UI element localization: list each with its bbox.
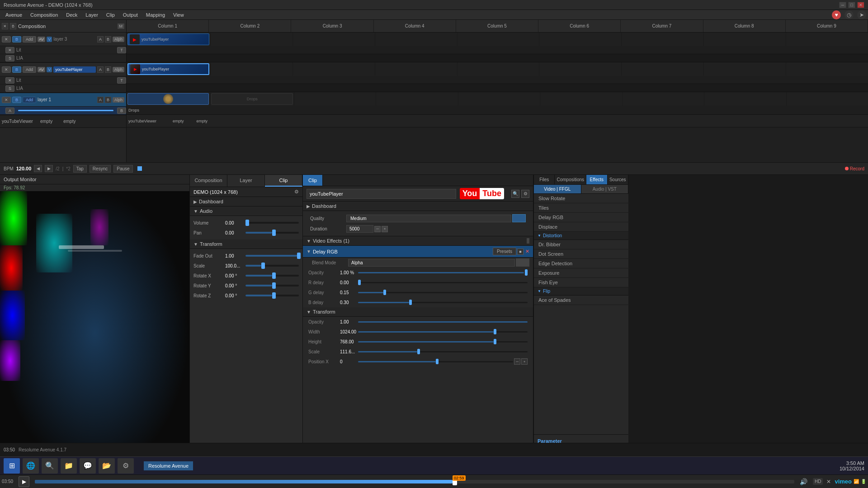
pos-x-minus[interactable]: ─ <box>514 358 520 365</box>
layer2-t-btn[interactable]: T <box>117 77 126 84</box>
menu-clip[interactable]: Clip <box>103 11 118 19</box>
bpm-down-btn[interactable]: ◀ <box>34 165 42 172</box>
delay-rgb-close[interactable]: ✕ <box>525 249 529 254</box>
vfx-scrollbar[interactable] <box>527 238 529 244</box>
col-header-9[interactable]: Column 9 <box>786 20 868 32</box>
presets-btn[interactable]: Presets <box>493 248 516 255</box>
layer3-v-badge[interactable]: V <box>47 37 52 42</box>
bpm-up-btn[interactable]: ▶ <box>45 165 53 172</box>
effect-dr-bibber[interactable]: Dr. Bibber <box>534 240 628 249</box>
taskbar-settings[interactable]: ⚙ <box>118 458 134 474</box>
effect-category-distortion[interactable]: ▼ Distortion <box>534 232 628 240</box>
g-delay-slider[interactable] <box>358 292 528 293</box>
height-value[interactable]: 768.00 <box>340 339 358 344</box>
volume-slider[interactable] <box>245 222 299 224</box>
effects-tab-files[interactable]: Files <box>534 175 555 184</box>
opacity-slider[interactable] <box>358 272 524 273</box>
layer3-b-btn[interactable]: B <box>12 36 21 42</box>
clip-transform-header[interactable]: ▼ Transform <box>303 307 533 317</box>
effect-tiles[interactable]: Tiles <box>534 203 628 213</box>
clip-dashboard-header[interactable]: ▶ Dashboard <box>303 202 533 211</box>
clip-tab-clip[interactable]: Clip <box>303 175 323 186</box>
col-header-8[interactable]: Column 8 <box>703 20 786 32</box>
effects-tab-effects[interactable]: Effects <box>586 175 607 184</box>
menu-layer[interactable]: Layer <box>82 11 102 19</box>
toggle-btn-b[interactable]: B <box>10 23 16 29</box>
layer1-b2-btn[interactable]: B <box>105 97 111 103</box>
g-delay-value[interactable]: 0.15 <box>340 290 358 295</box>
quality-value[interactable]: Medium <box>346 215 511 222</box>
volume-value[interactable]: 0.00 <box>225 221 245 225</box>
col-header-7[interactable]: Column 7 <box>621 20 703 32</box>
layer1-b-btn[interactable]: B <box>12 97 21 103</box>
col-header-3[interactable]: Column 3 <box>291 20 373 32</box>
taskbar-explorer[interactable]: 📁 <box>61 458 77 474</box>
effects-tab-sources[interactable]: Sources <box>608 175 628 184</box>
duration-plus-btn[interactable]: + <box>382 226 388 232</box>
comp-gear-icon[interactable]: ⚙ <box>294 189 299 195</box>
layer3-clip1[interactable]: ▶ youTubePlayer <box>127 33 209 45</box>
rotate-y-value[interactable]: 0.00 ° <box>225 283 245 288</box>
clip-name-input[interactable] <box>307 189 456 199</box>
taskbar-files[interactable]: 📂 <box>99 458 115 474</box>
layer3-s-btn[interactable]: S <box>5 55 14 61</box>
layer2-a-btn[interactable]: A <box>97 66 104 73</box>
play-button[interactable]: ▶ <box>19 476 29 487</box>
layer2-clip1[interactable]: ▶ youTubePlayer <box>127 63 209 75</box>
effect-edge-detection[interactable]: Edge Detection <box>534 259 628 268</box>
effect-ace-of-spades[interactable]: Ace of Spades <box>534 296 628 305</box>
clip-opacity-value[interactable]: 1.00 <box>340 319 358 324</box>
resolume-taskbar-btn[interactable]: Resolume Avenue <box>144 461 193 470</box>
audio-section-header[interactable]: ▼ Audio <box>190 206 302 216</box>
layer1-clip2[interactable]: Drops <box>211 93 292 105</box>
layer3-x2-btn[interactable]: ✕ <box>5 47 14 53</box>
menu-mapping[interactable]: Mapping <box>142 11 169 19</box>
effect-exposure[interactable]: Exposure <box>534 268 628 278</box>
r-delay-value[interactable]: 0.00 <box>340 280 358 285</box>
layer3-a-btn[interactable]: A <box>97 36 104 42</box>
clip-opacity-slider[interactable] <box>358 321 528 323</box>
position-x-value[interactable]: 0 <box>340 359 358 364</box>
layer2-x2-btn[interactable]: ✕ <box>5 77 14 84</box>
layer2-b-btn[interactable]: B <box>12 66 21 73</box>
layer1-x-btn[interactable]: ✕ <box>2 97 11 103</box>
resync-btn[interactable]: Resync <box>90 165 111 173</box>
tap-btn[interactable]: Tap <box>73 165 87 173</box>
layer2-s-btn[interactable]: S <box>5 85 14 92</box>
menu-output[interactable]: Output <box>119 11 142 19</box>
bpm-value[interactable]: 120.00 <box>16 166 32 171</box>
rotate-x-slider[interactable] <box>245 275 299 277</box>
layer3-x-btn[interactable]: ✕ <box>2 36 11 42</box>
scale-value[interactable]: 100.0... <box>225 263 245 268</box>
effect-displace[interactable]: Displace <box>534 222 628 232</box>
menu-avenue[interactable]: Avenue <box>2 11 26 19</box>
rotate-x-value[interactable]: 0.00 ° <box>225 273 245 278</box>
width-value[interactable]: 1024.00 <box>340 329 358 334</box>
opacity-value[interactable]: 1.00 % <box>340 270 358 275</box>
maximize-button[interactable]: □ <box>848 2 855 8</box>
height-slider[interactable] <box>358 341 528 343</box>
layer1-b3-btn[interactable]: B <box>117 108 126 114</box>
effect-delay-rgb[interactable]: Delay RGB <box>534 213 628 222</box>
heart-icon[interactable]: ♥ <box>832 10 841 19</box>
scale-slider[interactable] <box>245 265 299 267</box>
layer3-add-btn[interactable]: Add <box>23 36 36 42</box>
layer2-v-badge[interactable]: V <box>47 67 52 72</box>
layer2-b2-btn[interactable]: B <box>105 66 111 73</box>
pause-btn[interactable]: Pause <box>113 165 132 173</box>
clip-scale-slider[interactable] <box>358 351 528 352</box>
bpm-div2[interactable]: *2 <box>66 166 70 171</box>
clip-search-btn[interactable]: 🔍 <box>511 190 519 198</box>
delay-rgb-toggle[interactable]: ■ <box>517 249 524 255</box>
effect-type-video[interactable]: Video | FFGL <box>534 185 581 193</box>
effect-category-flip[interactable]: ▼ Flip <box>534 287 628 296</box>
b-delay-value[interactable]: 0.30 <box>340 300 358 305</box>
blend-mode-value[interactable]: Alpha <box>348 259 515 267</box>
layer2-x-btn[interactable]: ✕ <box>2 66 11 73</box>
start-button[interactable]: ⊞ <box>4 458 20 474</box>
transform-section-header[interactable]: ▼ Transform <box>190 239 302 249</box>
record-btn[interactable]: Record <box>845 166 864 171</box>
layer1-a-btn[interactable]: A <box>97 97 104 103</box>
layer2-add-btn[interactable]: Add <box>23 66 36 73</box>
fade-out-slider[interactable] <box>245 255 299 257</box>
